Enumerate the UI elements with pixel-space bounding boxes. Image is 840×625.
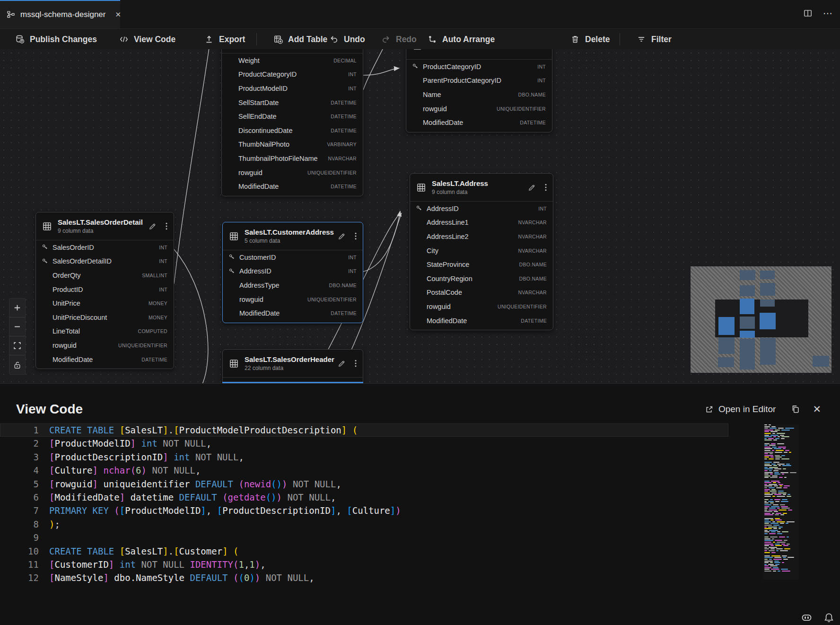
zoom-out-button[interactable] — [9, 317, 25, 336]
unlock-button[interactable] — [9, 355, 25, 374]
minimap-table — [740, 270, 755, 280]
column-row[interactable]: rowguidUNIQUEIDENTIFIER — [36, 338, 174, 352]
publish-changes-button[interactable]: Publish Changes — [12, 29, 100, 50]
column-row[interactable]: ThumbnailPhotoFileNameNVARCHAR — [222, 151, 363, 166]
schema-canvas[interactable]: WeightDECIMALProductCategoryIDINTProduct… — [0, 49, 840, 383]
column-name: rowguid — [238, 169, 307, 176]
column-row[interactable]: LineTotalCOMPUTED — [36, 325, 174, 339]
column-name: SalesOrderID — [52, 244, 159, 251]
column-row[interactable]: SellEndDateDATETIME — [222, 109, 363, 123]
column-row[interactable]: AddressIDINT — [410, 202, 553, 216]
code-minimap[interactable] — [763, 424, 799, 580]
column-row[interactable]: ProductCategoryIDINT — [406, 60, 552, 74]
minimap-table — [718, 337, 735, 354]
column-row[interactable]: ProductCategoryIDINT — [222, 68, 363, 82]
column-row[interactable]: ModifiedDateDATETIME — [406, 115, 552, 130]
minimap-table — [760, 271, 775, 279]
table-card-address[interactable]: SalesLT.Address9 column dataAddressIDINT… — [410, 173, 553, 330]
column-name: ModifiedDate — [423, 119, 520, 126]
table-card-sales-order-header[interactable]: SalesLT.SalesOrderHeader22 column dataSa… — [222, 349, 363, 383]
close-panel-icon[interactable]: ✕ — [813, 405, 821, 414]
column-row[interactable]: UnitPriceMONEY — [36, 296, 174, 310]
view-code-panel: View Code Open in Editor ✕ 1CREATE TABLE… — [0, 383, 840, 625]
edit-table-icon[interactable] — [338, 232, 346, 240]
table-title: SalesLT.SalesOrderHeader — [245, 355, 332, 363]
table-menu-icon[interactable] — [354, 359, 357, 368]
zoom-in-button[interactable] — [9, 299, 25, 317]
column-row[interactable]: ModifiedDateDATETIME — [223, 306, 363, 320]
edit-table-icon[interactable] — [527, 49, 535, 50]
column-row[interactable]: ParentProductCategoryIDINT — [406, 74, 552, 88]
more-actions-icon[interactable]: ⋯ — [823, 11, 833, 16]
column-row[interactable]: AddressIDINT — [223, 264, 363, 279]
column-row[interactable]: ModifiedDateDATETIME — [410, 314, 553, 328]
column-row[interactable]: SellStartDateDATETIME — [222, 96, 363, 110]
sql-code-view: 1CREATE TABLE [SalesLT].[ProductModelPro… — [0, 423, 840, 585]
column-row[interactable]: SalesOrderDetailIDINT — [36, 255, 174, 269]
column-row[interactable]: ThumbNailPhotoVARBINARY — [222, 138, 363, 152]
split-editor-icon[interactable] — [803, 9, 813, 18]
copilot-icon[interactable] — [801, 612, 812, 623]
column-row[interactable]: DiscontinuedDateDATETIME — [222, 123, 363, 138]
tab-mssql-schema-designer[interactable]: mssql-schema-designer ✕ — [0, 0, 120, 28]
table-card-customer-address[interactable]: SalesLT.CustomerAddress5 column dataCust… — [222, 222, 363, 323]
column-row[interactable]: CountryRegionDBO.NAME — [410, 272, 553, 286]
column-row[interactable]: AddressLine2NVARCHAR — [410, 229, 553, 244]
column-row[interactable]: WeightDECIMAL — [222, 53, 363, 68]
column-name: ModifiedDate — [52, 356, 141, 363]
column-row[interactable]: rowguidUNIQUEIDENTIFIER — [222, 166, 363, 180]
add-table-button[interactable]: Add Table — [271, 29, 330, 50]
notifications-bell-icon[interactable] — [823, 612, 834, 623]
column-row[interactable]: AddressTypeDBO.NAME — [223, 278, 363, 292]
table-card-product-category[interactable]: 5 column dataProductCategoryIDINTParentP… — [406, 49, 552, 132]
column-name: AddressID — [427, 205, 538, 212]
table-menu-icon[interactable] — [543, 49, 546, 50]
column-row[interactable]: ProductModelIDINT — [222, 81, 363, 96]
column-row[interactable]: CityNVARCHAR — [410, 244, 553, 258]
column-row[interactable]: PostalCodeNVARCHAR — [410, 286, 553, 300]
column-row[interactable]: ModifiedDateDATETIME — [222, 179, 363, 194]
auto-arrange-button[interactable]: Auto Arrange — [425, 29, 498, 50]
open-in-editor-button[interactable]: Open in Editor — [702, 404, 779, 415]
filter-icon — [637, 35, 646, 44]
column-row[interactable]: StateProvinceDBO.NAME — [410, 257, 553, 272]
table-card-sales-order-detail[interactable]: SalesLT.SalesOrderDetail9 column dataSal… — [35, 212, 174, 369]
column-row[interactable]: NameDBO.NAME — [406, 88, 552, 102]
copy-code-icon[interactable] — [791, 405, 800, 414]
column-row[interactable]: rowguidUNIQUEIDENTIFIER — [223, 292, 363, 307]
table-menu-icon[interactable] — [165, 222, 168, 230]
table-title: SalesLT.CustomerAddress — [245, 228, 332, 236]
view-code-button[interactable]: View Code — [116, 29, 178, 50]
undo-button[interactable]: Undo — [326, 29, 368, 50]
table-menu-icon[interactable] — [544, 183, 547, 192]
tab-close-icon[interactable]: ✕ — [113, 9, 123, 20]
table-menu-icon[interactable] — [354, 232, 357, 240]
column-row[interactable]: ModifiedDateDATETIME — [36, 352, 174, 367]
unlock-icon — [13, 361, 22, 370]
column-row[interactable]: AddressLine1NVARCHAR — [410, 216, 553, 230]
column-row[interactable]: CustomerIDINT — [223, 250, 363, 264]
delete-button[interactable]: Delete — [568, 29, 613, 50]
redo-button[interactable]: Redo — [378, 29, 420, 50]
column-row[interactable]: OrderQtySMALLINT — [36, 268, 174, 282]
edit-table-icon[interactable] — [528, 184, 536, 192]
tab-title: mssql-schema-designer — [20, 10, 105, 19]
zoom-controls — [9, 298, 26, 375]
canvas-minimap[interactable] — [691, 266, 831, 373]
column-row[interactable]: rowguidUNIQUEIDENTIFIER — [406, 102, 552, 116]
column-row[interactable]: ProductIDINT — [36, 282, 174, 297]
column-type: DBO.NAME — [518, 92, 546, 97]
toolbar-item-label: Redo — [396, 35, 417, 44]
column-row[interactable]: SalesOrderIDINT — [36, 240, 174, 255]
column-row[interactable]: rowguidUNIQUEIDENTIFIER — [410, 299, 553, 314]
edit-table-icon[interactable] — [149, 222, 157, 230]
column-type: DATETIME — [331, 184, 357, 189]
filter-button[interactable]: Filter — [634, 29, 674, 50]
fit-view-button[interactable] — [9, 336, 25, 355]
column-name: PostalCode — [427, 289, 518, 296]
export-button[interactable]: Export — [201, 29, 248, 50]
edit-table-icon[interactable] — [338, 360, 346, 368]
line-number: 5 — [26, 477, 39, 491]
column-row[interactable]: UnitPriceDiscountMONEY — [36, 310, 174, 325]
table-card-product[interactable]: WeightDECIMALProductCategoryIDINTProduct… — [221, 49, 363, 196]
